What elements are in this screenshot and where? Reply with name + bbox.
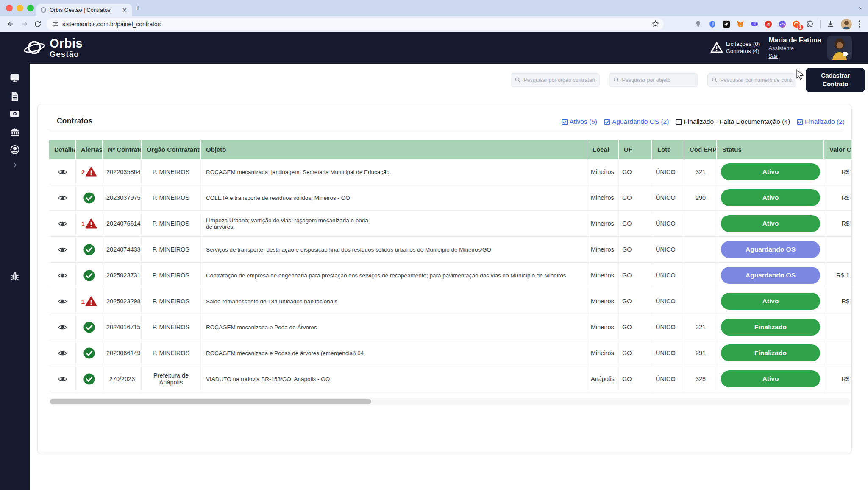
search-number-box — [707, 73, 796, 87]
notifications-indicator[interactable]: Licitações (0) Contratos (4) — [710, 41, 760, 55]
ext-cloud-icon[interactable]: 1 — [792, 20, 801, 28]
cell-status: Finalizado — [717, 340, 824, 366]
cell-alertas — [76, 340, 103, 366]
bookmark-star-icon[interactable] — [651, 20, 659, 28]
cell-status: Ativo — [717, 288, 824, 314]
view-details-button[interactable] — [57, 220, 68, 228]
search-object-input[interactable] — [622, 77, 694, 83]
cell-detalhar — [49, 185, 76, 211]
bank-icon — [10, 127, 20, 137]
status-filters: Ativos (5)Aguardando OS (2)Finalizado - … — [562, 118, 845, 126]
table-row: 2024016715P. MINEIROSROÇAGEM mecanizada … — [49, 314, 851, 340]
cell-alertas — [76, 237, 103, 263]
cell-status: Ativo — [717, 366, 824, 392]
view-details-button[interactable] — [57, 375, 68, 383]
cell-lote: ÚNICO — [652, 237, 684, 263]
forward-button[interactable] — [19, 20, 29, 29]
status-filter[interactable]: Aguardando OS (2) — [604, 118, 669, 126]
ext-pill-icon[interactable] — [750, 20, 759, 28]
cell-detalhar — [49, 237, 76, 263]
status-badge: Aguardando OS — [721, 267, 820, 284]
warning-triangle-icon — [710, 42, 723, 53]
url-bar[interactable]: sistemaorbis.com.br/painel_contratos — [47, 18, 664, 30]
tab-title: Orbis Gestão | Contratos — [50, 7, 118, 13]
back-button[interactable] — [6, 20, 15, 29]
search-organ-input[interactable] — [523, 77, 595, 83]
downloads-icon[interactable] — [826, 20, 835, 29]
browser-profile-avatar[interactable] — [841, 19, 852, 30]
status-filter[interactable]: Ativos (5) — [562, 118, 597, 126]
logout-link[interactable]: Sair — [768, 53, 778, 59]
status-filter[interactable]: Finalizado (2) — [797, 118, 845, 126]
status-filter[interactable]: Finalizado - Falta Documentação (4) — [676, 118, 790, 126]
cell-objeto: VIADUTO na rodovia BR-153/GO, Anápolis -… — [201, 366, 587, 392]
cell-detalhar — [49, 340, 76, 366]
sidebar-item-users[interactable] — [10, 145, 20, 154]
divider — [49, 132, 843, 132]
ext-g-icon[interactable]: g — [764, 20, 773, 28]
cell-objeto: Serviços de transporte; destinação e dis… — [201, 237, 587, 263]
cell-cod-erp: 290 — [684, 185, 717, 211]
checkbox-checked-icon — [604, 119, 610, 125]
cell-orgao: P. MINEIROS — [142, 288, 201, 314]
extensions-puzzle-icon[interactable] — [806, 20, 815, 28]
cell-uf: GO — [619, 237, 652, 263]
horizontal-scrollbar-thumb[interactable] — [50, 399, 371, 404]
sidebar-item-institutions[interactable] — [10, 127, 20, 137]
cell-lote: ÚNICO — [652, 263, 684, 288]
view-details-button[interactable] — [57, 349, 68, 357]
orbis-globe-icon — [23, 38, 45, 58]
document-icon — [11, 92, 19, 101]
cell-cod-erp — [684, 211, 717, 237]
register-contract-button[interactable]: Cadastrar Contrato — [806, 68, 865, 92]
tab-close-icon[interactable]: ✕ — [121, 6, 128, 14]
ext-shield-icon[interactable] — [708, 20, 717, 28]
cell-objeto: Contratação de empresa de engenharia par… — [201, 263, 587, 288]
browser-tab[interactable]: Orbis Gestão | Contratos ✕ — [36, 4, 132, 16]
ext-metamask-fox-icon[interactable] — [736, 20, 745, 28]
sidebar-item-bug-report[interactable] — [11, 272, 19, 281]
ext-disc-icon[interactable] — [778, 20, 787, 28]
toolbar-extensions: g 1 — [694, 19, 862, 30]
view-details-button[interactable] — [57, 194, 68, 202]
cell-local: Anápolis — [587, 366, 619, 392]
window-close-button[interactable] — [6, 5, 13, 11]
window-zoom-button[interactable] — [27, 5, 34, 11]
sidebar-item-dashboard[interactable] — [10, 74, 20, 83]
eye-icon — [58, 221, 67, 227]
cell-cod-erp — [684, 263, 717, 288]
ext-lightbulb-icon[interactable] — [694, 20, 703, 28]
filter-label: Aguardando OS (2) — [612, 118, 669, 126]
view-details-button[interactable] — [57, 323, 68, 331]
cell-local: Mineiros — [587, 288, 619, 314]
ext-send-icon[interactable] — [722, 20, 731, 28]
table-body: 22022035864P. MINEIROSROÇAGEM mecanizada… — [49, 159, 851, 392]
cell-local: Mineiros — [587, 159, 619, 185]
tab-search-chevron-icon[interactable] — [858, 5, 864, 11]
cell-orgao: P. MINEIROS — [142, 263, 201, 288]
sidebar-item-finance[interactable] — [10, 110, 20, 117]
cell-detalhar — [49, 211, 76, 237]
site-settings-icon[interactable] — [52, 21, 58, 28]
alert-count: 1 — [81, 298, 85, 305]
cell-uf: GO — [619, 288, 652, 314]
search-number-input[interactable] — [720, 77, 792, 83]
cell-orgao: P. MINEIROS — [142, 237, 201, 263]
window-minimize-button[interactable] — [17, 5, 23, 11]
search-row: Cadastrar Contrato — [511, 68, 865, 92]
sidebar-item-documents[interactable] — [11, 92, 19, 101]
check-circle-icon — [83, 269, 95, 282]
money-icon — [10, 110, 20, 117]
view-details-button[interactable] — [57, 272, 68, 280]
browser-menu-icon[interactable] — [857, 20, 862, 28]
sidebar-expand-chevron-icon[interactable] — [11, 161, 19, 169]
view-details-button[interactable] — [57, 297, 68, 305]
user-avatar[interactable] — [827, 36, 852, 60]
horizontal-scrollbar-track[interactable] — [49, 398, 850, 405]
new-tab-button[interactable]: + — [136, 3, 140, 13]
eye-icon — [58, 350, 67, 356]
cell-cod-erp — [684, 288, 717, 314]
view-details-button[interactable] — [57, 246, 68, 254]
view-details-button[interactable] — [57, 168, 68, 176]
reload-button[interactable] — [33, 20, 42, 29]
